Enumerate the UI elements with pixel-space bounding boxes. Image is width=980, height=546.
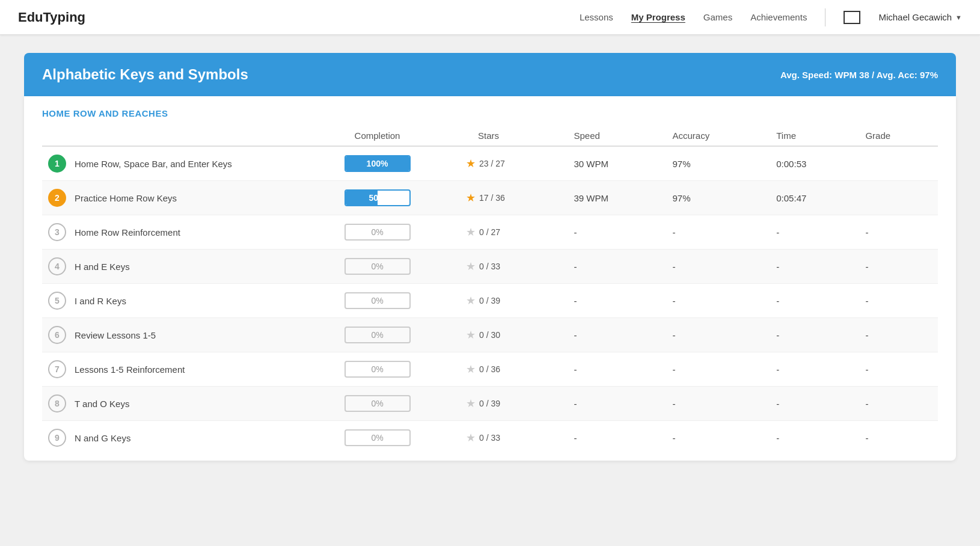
completion-cell: 0%	[295, 215, 460, 250]
completion-cell: 0%	[295, 250, 460, 284]
table-row: 5I and R Keys0%★0 / 39----	[42, 284, 938, 318]
section-stats: Avg. Speed: WPM 38 / Avg. Acc: 97%	[780, 70, 938, 80]
lesson-name-cell[interactable]: 1Home Row, Space Bar, and Enter Keys	[42, 146, 295, 181]
user-name: Michael Gecawich	[878, 12, 952, 22]
accuracy-cell: -	[666, 318, 770, 352]
lesson-name-cell[interactable]: 3Home Row Reinforcement	[42, 215, 295, 250]
completion-cell: 0%	[295, 352, 460, 387]
star-icon: ★	[466, 191, 476, 204]
stars-cell: ★0 / 27	[460, 215, 568, 250]
accuracy-cell: 97%	[666, 181, 770, 215]
nav-divider	[825, 8, 825, 26]
col-lesson	[42, 126, 295, 146]
lesson-badge: 9	[48, 429, 66, 447]
table-row: 2Practice Home Row Keys50%★17 / 3639 WPM…	[42, 181, 938, 215]
table-row: 4H and E Keys0%★0 / 33----	[42, 250, 938, 284]
progress-table: Completion Stars Speed Accuracy Time Gra…	[42, 126, 938, 455]
col-accuracy: Accuracy	[666, 126, 770, 146]
speed-cell: -	[568, 284, 666, 318]
lesson-name-cell[interactable]: 4H and E Keys	[42, 250, 295, 284]
table-row: 7Lessons 1-5 Reinforcement0%★0 / 36----	[42, 352, 938, 387]
lesson-name: Home Row, Space Bar, and Enter Keys	[75, 159, 232, 169]
accuracy-cell: -	[666, 352, 770, 387]
nav-item-achievements[interactable]: Achievements	[750, 12, 807, 22]
star-count: 0 / 33	[479, 262, 500, 271]
star-icon: ★	[466, 431, 476, 444]
completion-zero: 0%	[345, 327, 411, 343]
star-count: 23 / 27	[479, 159, 505, 168]
col-completion: Completion	[295, 126, 460, 146]
star-count: 0 / 36	[479, 364, 500, 374]
lesson-name-cell[interactable]: 2Practice Home Row Keys	[42, 181, 295, 215]
time-cell: -	[770, 421, 859, 455]
time-cell: -	[770, 250, 859, 284]
lesson-name-cell[interactable]: 5I and R Keys	[42, 284, 295, 318]
lesson-name: I and R Keys	[75, 296, 126, 306]
nav-item-my-progress[interactable]: My Progress	[631, 12, 685, 22]
grade-cell	[859, 146, 938, 181]
grade-cell: -	[859, 318, 938, 352]
table-card: HOME ROW AND REACHES Completion Stars Sp…	[24, 96, 956, 461]
lesson-name-cell[interactable]: 9N and G Keys	[42, 421, 295, 455]
completion-zero: 0%	[345, 361, 411, 378]
stars-cell: ★0 / 36	[460, 352, 568, 387]
speed-cell: 39 WPM	[568, 181, 666, 215]
lesson-badge: 8	[48, 394, 66, 413]
col-stars: Stars	[460, 126, 568, 146]
table-row: 9N and G Keys0%★0 / 33----	[42, 421, 938, 455]
star-count: 0 / 30	[479, 330, 500, 340]
completion-zero: 0%	[345, 258, 411, 275]
stars-cell: ★0 / 33	[460, 421, 568, 455]
time-cell: -	[770, 318, 859, 352]
lesson-name-cell[interactable]: 8T and O Keys	[42, 387, 295, 421]
speed-cell: -	[568, 318, 666, 352]
main-nav: LessonsMy ProgressGamesAchievements Mich…	[580, 8, 962, 26]
grade-cell	[859, 181, 938, 215]
nav-item-games[interactable]: Games	[703, 12, 732, 22]
lesson-badge: 4	[48, 257, 66, 275]
completion-label: 100%	[346, 156, 409, 171]
lesson-name-cell[interactable]: 7Lessons 1-5 Reinforcement	[42, 352, 295, 387]
star-count: 0 / 39	[479, 296, 500, 305]
table-row: 8T and O Keys0%★0 / 39----	[42, 387, 938, 421]
dropdown-arrow-icon: ▼	[955, 14, 962, 21]
speed-cell: -	[568, 215, 666, 250]
grade-cell: -	[859, 421, 938, 455]
table-row: 3Home Row Reinforcement0%★0 / 27----	[42, 215, 938, 250]
lesson-name: Practice Home Row Keys	[75, 193, 177, 203]
completion-cell: 100%	[295, 146, 460, 181]
accuracy-cell: 97%	[666, 146, 770, 181]
lesson-badge: 2	[48, 189, 66, 207]
table-row: 1Home Row, Space Bar, and Enter Keys100%…	[42, 146, 938, 181]
accuracy-cell: -	[666, 387, 770, 421]
speed-cell: -	[568, 387, 666, 421]
lesson-name: T and O Keys	[75, 399, 129, 409]
star-icon: ★	[466, 157, 476, 170]
section-header: Alphabetic Keys and Symbols Avg. Speed: …	[24, 53, 956, 96]
time-cell: 0:00:53	[770, 146, 859, 181]
completion-cell: 0%	[295, 284, 460, 318]
grade-cell: -	[859, 284, 938, 318]
lesson-name-cell[interactable]: 6Review Lessons 1-5	[42, 318, 295, 352]
time-cell: -	[770, 387, 859, 421]
lesson-name: Lessons 1-5 Reinforcement	[75, 364, 185, 375]
nav-item-lessons[interactable]: Lessons	[580, 12, 613, 22]
stars-cell: ★0 / 39	[460, 284, 568, 318]
accuracy-cell: -	[666, 421, 770, 455]
main-content: Alphabetic Keys and Symbols Avg. Speed: …	[0, 35, 980, 479]
lesson-name: N and G Keys	[75, 433, 130, 443]
table-row: 6Review Lessons 1-50%★0 / 30----	[42, 318, 938, 352]
time-cell: -	[770, 215, 859, 250]
star-icon: ★	[466, 260, 476, 273]
col-time: Time	[770, 126, 859, 146]
grade-cell: -	[859, 215, 938, 250]
completion-zero: 0%	[345, 395, 411, 412]
stars-cell: ★0 / 33	[460, 250, 568, 284]
lesson-name: Review Lessons 1-5	[75, 330, 156, 340]
nav-square-icon[interactable]	[844, 11, 860, 24]
col-grade: Grade	[859, 126, 938, 146]
star-count: 17 / 36	[479, 193, 505, 203]
lesson-badge: 7	[48, 360, 66, 378]
user-menu[interactable]: Michael Gecawich ▼	[878, 12, 962, 22]
grade-cell: -	[859, 250, 938, 284]
